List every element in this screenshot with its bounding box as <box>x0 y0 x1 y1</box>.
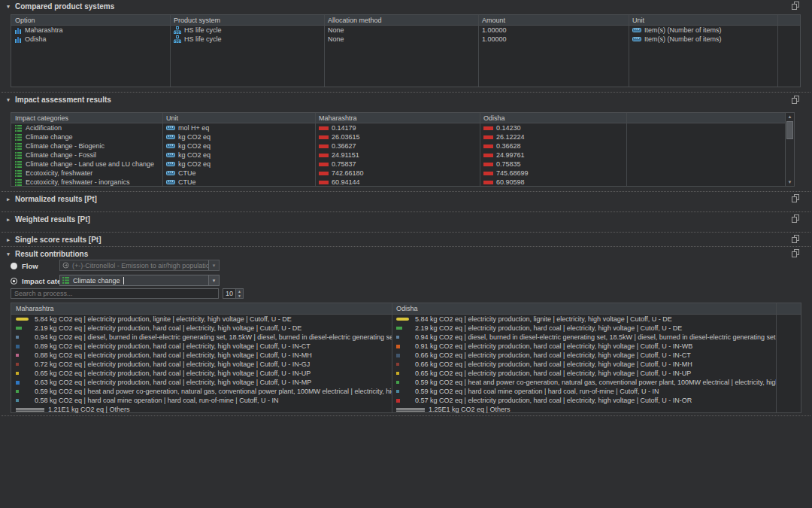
result-count-value: 10 <box>223 289 235 298</box>
result-bar-icon <box>319 126 329 130</box>
contribution-row[interactable]: 0.59 kg CO2 eq | heat and power co-gener… <box>11 387 801 396</box>
column-header-unit[interactable]: Unit <box>629 15 777 26</box>
process-search-input[interactable] <box>11 288 219 299</box>
contribution-text: 2.19 kg CO2 eq | electricity production,… <box>415 324 682 332</box>
contribution-text: 0.58 kg CO2 eq | hard coal mine operatio… <box>35 397 279 404</box>
contribution-marker-icon <box>16 372 19 375</box>
contribution-row[interactable]: 0.65 kg CO2 eq | electricity production,… <box>11 369 801 378</box>
unit-name: kg CO2 eq <box>178 142 211 150</box>
copy-section-button[interactable] <box>791 1 801 11</box>
contribution-text: 0.59 kg CO2 eq | hard coal mine operatio… <box>415 388 659 395</box>
column-header-amount[interactable]: Amount <box>478 15 629 26</box>
unit-icon <box>166 170 175 176</box>
section-title: Single score results [Pt] <box>15 236 101 244</box>
column-header-option[interactable]: Option <box>11 15 170 26</box>
unit-name: Item(s) (Number of items) <box>644 35 722 43</box>
contribution-text: 5.84 kg CO2 eq | electricity production,… <box>415 315 672 323</box>
section-divider <box>2 232 810 233</box>
unit-icon <box>166 152 175 158</box>
result-value: 26.03615 <box>332 133 360 141</box>
result-value: 60.90598 <box>496 178 525 186</box>
result-bar-icon <box>483 144 493 148</box>
impact-category-radio[interactable] <box>11 278 17 284</box>
result-bar-icon <box>483 172 493 175</box>
section-header-normalized-results[interactable]: ▸ Normalized results [Pt] <box>5 194 97 204</box>
contribution-text: 0.59 kg CO2 eq | heat and power co-gener… <box>35 388 392 395</box>
contribution-row[interactable]: 0.63 kg CO2 eq | electricity production,… <box>11 378 801 387</box>
scrollbar-thumb[interactable] <box>786 121 793 139</box>
product-system-name: HS life cycle <box>184 26 222 34</box>
unit-name: Item(s) (Number of items) <box>644 26 722 34</box>
scroll-down-icon[interactable]: ▼ <box>786 178 794 186</box>
result-bar-icon <box>483 163 493 166</box>
result-value: 24.99761 <box>496 151 525 159</box>
unit-icon <box>166 143 175 149</box>
section-header-impact-assessment-results[interactable]: ▾ Impact assessment results <box>5 95 111 105</box>
impact-category-name: Ecotoxicity, freshwater - inorganics <box>26 178 129 186</box>
contribution-row[interactable]: 0.72 kg CO2 eq | electricity production,… <box>11 360 801 369</box>
section-header-result-contributions[interactable]: ▾ Result contributions <box>5 249 88 259</box>
section-header-compared-product-systems[interactable]: ▾ Compared product systems <box>5 2 114 11</box>
column-header-unit[interactable]: Unit <box>162 113 315 123</box>
column-header-impact-categories[interactable]: Impact categories <box>11 113 162 123</box>
flow-radio[interactable] <box>11 263 17 269</box>
column-header-odisha[interactable]: Odisha <box>480 113 626 123</box>
impact-category-icon <box>15 125 23 132</box>
column-header-odisha[interactable]: Odisha <box>392 303 776 315</box>
spinner-down-icon[interactable]: ▼ <box>236 294 243 298</box>
contribution-row[interactable]: 0.88 kg CO2 eq | electricity production,… <box>11 351 801 360</box>
unit-icon <box>166 161 175 167</box>
amount-value: 1.00000 <box>482 26 507 34</box>
product-system-icon <box>174 26 181 34</box>
result-value: 26.12224 <box>496 133 525 141</box>
contribution-marker-icon <box>396 354 400 357</box>
collapse-expanded-icon: ▾ <box>5 97 11 103</box>
column-header-allocation-method[interactable]: Allocation method <box>324 15 478 26</box>
copy-section-button[interactable] <box>791 193 801 203</box>
contribution-text: 0.63 kg CO2 eq | electricity production,… <box>35 379 311 386</box>
section-header-weighted-results[interactable]: ▸ Weighted results [Pt] <box>5 214 90 224</box>
contribution-row[interactable]: 5.84 kg CO2 eq | electricity production,… <box>11 315 801 324</box>
contribution-marker-icon <box>396 327 402 330</box>
impact-category-name: Ecotoxicity, freshwater <box>26 169 92 177</box>
column-header-maharashtra[interactable]: Maharashtra <box>11 303 392 315</box>
contribution-marker-icon <box>16 399 19 402</box>
contribution-text: 2.19 kg CO2 eq | electricity production,… <box>35 324 301 332</box>
scroll-up-icon[interactable]: ▲ <box>786 113 794 120</box>
bar-chart-icon <box>15 36 22 43</box>
copy-section-button[interactable] <box>791 214 801 224</box>
contribution-marker-icon <box>16 408 44 412</box>
section-divider <box>2 415 810 416</box>
contribution-text: 0.89 kg CO2 eq | electricity production,… <box>35 342 311 350</box>
contribution-text: 0.66 kg CO2 eq | electricity production,… <box>415 360 692 368</box>
result-bar-icon <box>319 144 329 148</box>
contribution-row[interactable]: 1.21E1 kg CO2 eq | Others 1.25E1 kg CO2 … <box>11 405 801 414</box>
result-value: 0.75837 <box>332 160 356 168</box>
vertical-scrollbar[interactable]: ▲ ▼ <box>785 113 794 186</box>
contribution-row[interactable]: 2.19 kg CO2 eq | electricity production,… <box>11 324 801 333</box>
section-title: Impact assessment results <box>15 96 111 104</box>
contribution-marker-icon <box>16 345 20 348</box>
contribution-marker-icon <box>396 408 425 412</box>
contribution-row[interactable]: 0.58 kg CO2 eq | hard coal mine operatio… <box>11 396 801 405</box>
section-header-single-score-results[interactable]: ▸ Single score results [Pt] <box>5 235 101 245</box>
column-header-maharashtra[interactable]: Maharashtra <box>315 113 480 123</box>
copy-section-button[interactable] <box>791 248 801 258</box>
result-count-spinner[interactable]: 10 ▲ ▼ <box>223 288 244 299</box>
collapse-collapsed-icon: ▸ <box>5 217 11 223</box>
impact-category-select-value: Climate change <box>73 277 120 284</box>
impact-category-icon <box>15 170 23 177</box>
contribution-row[interactable]: 0.94 kg CO2 eq | diesel, burned in diese… <box>11 333 801 342</box>
column-divider <box>777 15 778 87</box>
bar-chart-icon <box>15 27 22 34</box>
copy-section-button[interactable] <box>791 95 801 105</box>
result-bar-icon <box>319 172 329 175</box>
contribution-row[interactable]: 0.89 kg CO2 eq | electricity production,… <box>11 342 801 351</box>
impact-category-select[interactable]: Climate change ▾ <box>59 275 220 286</box>
result-bar-icon <box>319 163 329 166</box>
section-divider <box>2 246 810 247</box>
column-header-product-system[interactable]: Product system <box>170 15 324 26</box>
copy-section-button[interactable] <box>791 234 801 244</box>
section-title: Compared product systems <box>15 2 114 11</box>
chevron-down-icon[interactable]: ▾ <box>208 275 219 285</box>
